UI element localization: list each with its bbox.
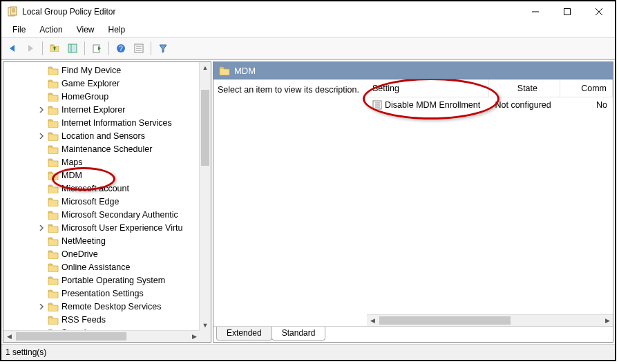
chevron-right-icon[interactable] [37, 107, 46, 113]
up-button[interactable] [46, 40, 63, 57]
statusbar: 1 setting(s) [1, 344, 615, 360]
tree-item-remote-desktop-services[interactable]: Remote Desktop Services [3, 300, 200, 313]
toolbar-separator [151, 41, 151, 55]
scroll-left-icon[interactable]: ◀ [367, 315, 378, 326]
tree-item-game-explorer[interactable]: Game Explorer [3, 77, 200, 90]
help-button[interactable]: ? [113, 40, 129, 57]
tree-item-internet-information-services[interactable]: Internet Information Services [3, 116, 200, 129]
tree-item-label: Portable Operating System [61, 276, 165, 285]
folder-icon [48, 131, 59, 141]
tree-item-find-my-device[interactable]: Find My Device [3, 64, 200, 77]
maximize-button[interactable] [551, 1, 583, 22]
tree-item-rss-feeds[interactable]: RSS Feeds [3, 313, 200, 326]
properties-button[interactable] [131, 40, 147, 57]
tree-item-onedrive[interactable]: OneDrive [3, 247, 200, 260]
forward-button[interactable] [22, 40, 39, 57]
tree-item-mdm[interactable]: MDM [3, 169, 200, 182]
folder-icon [48, 118, 59, 128]
menu-help[interactable]: Help [103, 23, 131, 36]
main-area: Find My DeviceGame ExplorerHomeGroupInte… [1, 59, 615, 344]
help-icon: ? [116, 44, 126, 53]
tree-item-label: Internet Information Services [61, 118, 172, 128]
folder-icon [48, 171, 59, 180]
menu-view[interactable]: View [71, 23, 100, 36]
folder-icon [219, 66, 230, 75]
minimize-button[interactable] [520, 1, 551, 22]
back-icon [8, 44, 17, 53]
setting-row[interactable]: Disable MDM EnrollmentNot configuredNo [367, 97, 613, 113]
folder-icon [48, 79, 59, 88]
tree-vertical-scrollbar[interactable]: ▲ ▼ [199, 62, 211, 331]
svg-rect-13 [68, 44, 77, 52]
scroll-thumb[interactable] [201, 90, 209, 166]
status-text: 1 setting(s) [6, 347, 46, 357]
chevron-right-icon[interactable] [37, 133, 46, 139]
titlebar: Local Group Policy Editor [1, 1, 615, 22]
tree-item-maintenance-scheduler[interactable]: Maintenance Scheduler [3, 142, 200, 155]
folder-icon [48, 197, 59, 207]
tree-item-microsoft-edge[interactable]: Microsoft Edge [3, 195, 200, 208]
folder-icon [48, 66, 59, 75]
setting-item-icon [372, 100, 382, 110]
tree-item-microsoft-secondary-authentic[interactable]: Microsoft Secondary Authentic [3, 208, 200, 221]
scroll-corner [200, 331, 211, 342]
tree-item-label: Microsoft User Experience Virtu [61, 223, 183, 233]
column-setting[interactable]: Setting [367, 79, 489, 97]
folder-icon [48, 289, 59, 298]
scroll-thumb[interactable] [16, 332, 126, 341]
detail-tabs: Extended Standard [213, 326, 613, 342]
tree-item-label: Location and Sensors [61, 131, 145, 141]
column-state[interactable]: State [489, 79, 560, 97]
folder-icon [48, 262, 59, 272]
tree[interactable]: Find My DeviceGame ExplorerHomeGroupInte… [3, 62, 200, 331]
folder-icon [48, 302, 59, 312]
scroll-thumb[interactable] [379, 316, 511, 325]
tab-standard[interactable]: Standard [272, 327, 326, 341]
list-header: Setting State Comm [367, 79, 613, 97]
menu-file[interactable]: File [7, 23, 31, 36]
tree-item-microsoft-account[interactable]: Microsoft account [3, 182, 200, 195]
tree-item-presentation-settings[interactable]: Presentation Settings [3, 287, 200, 300]
tree-item-microsoft-user-experience-virtu[interactable]: Microsoft User Experience Virtu [3, 221, 200, 234]
folder-up-icon [50, 44, 59, 53]
forward-icon [26, 44, 35, 53]
scroll-down-icon[interactable]: ▼ [200, 320, 211, 331]
tree-item-maps[interactable]: Maps [3, 155, 200, 169]
tree-item-portable-operating-system[interactable]: Portable Operating System [3, 274, 200, 287]
scroll-right-icon[interactable]: ▶ [189, 331, 200, 342]
export-button[interactable] [88, 40, 105, 57]
list-horizontal-scrollbar[interactable]: ◀ ▶ [367, 314, 613, 326]
scroll-left-icon[interactable]: ◀ [3, 331, 15, 342]
close-icon [596, 8, 602, 15]
tree-item-internet-explorer[interactable]: Internet Explorer [3, 103, 200, 116]
folder-icon [48, 92, 59, 102]
tree-item-label: Game Explorer [61, 79, 120, 88]
setting-comment: No [560, 100, 613, 110]
filter-button[interactable] [155, 40, 171, 57]
tree-item-label: Maps [61, 157, 83, 167]
back-button[interactable] [4, 40, 21, 57]
menu-action[interactable]: Action [34, 23, 68, 36]
folder-icon [48, 315, 59, 325]
svg-text:?: ? [119, 45, 123, 52]
tab-extended[interactable]: Extended [216, 327, 272, 341]
tree-item-online-assistance[interactable]: Online Assistance [3, 260, 200, 274]
scroll-up-icon[interactable]: ▲ [200, 62, 211, 73]
tree-item-label: Remote Desktop Services [61, 302, 162, 312]
show-hide-tree-button[interactable] [64, 40, 81, 57]
setting-name: Disable MDM Enrollment [385, 100, 480, 110]
folder-icon [48, 144, 59, 154]
folder-icon [48, 249, 59, 259]
chevron-right-icon[interactable] [37, 225, 46, 231]
close-button[interactable] [583, 1, 615, 22]
tree-item-location-and-sensors[interactable]: Location and Sensors [3, 129, 200, 142]
export-icon [92, 44, 102, 53]
tree-item-homegroup[interactable]: HomeGroup [3, 90, 200, 103]
column-comment[interactable]: Comm [560, 79, 613, 97]
window-title: Local Group Policy Editor [22, 7, 520, 17]
tree-horizontal-scrollbar[interactable]: ◀ ▶ [3, 330, 200, 342]
tree-item-netmeeting[interactable]: NetMeeting [3, 234, 200, 247]
description-prompt: Select an item to view its description. [218, 85, 359, 95]
chevron-right-icon[interactable] [37, 304, 46, 309]
scroll-right-icon[interactable]: ▶ [602, 315, 613, 326]
